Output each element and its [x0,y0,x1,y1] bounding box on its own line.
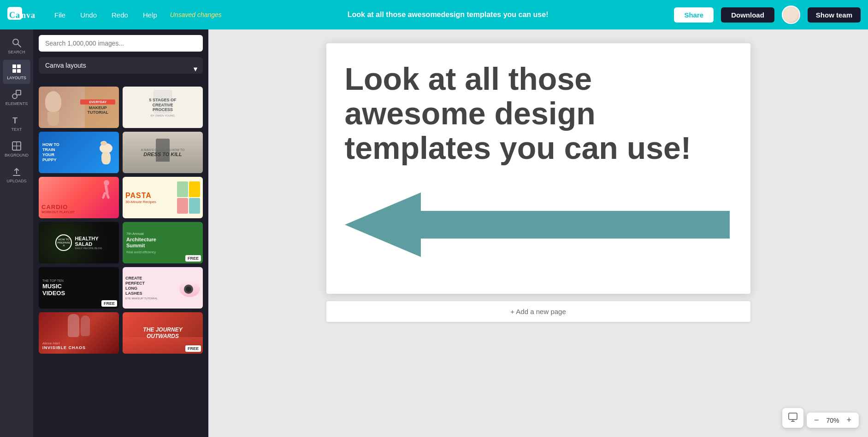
template-card-pasta[interactable]: PASTA 30-Minute Recipes [123,177,203,218]
template-card-cardio[interactable]: CARDIO WORKOUT PLAYLIST [39,177,119,218]
share-button[interactable]: Share [674,7,714,23]
undo-button[interactable]: Undo [77,9,100,21]
search-input[interactable] [39,35,203,52]
canvas[interactable]: Look at all those awesome design templat… [326,43,750,294]
sidebar-item-background[interactable]: BKGROUND [3,137,30,161]
logo: Ca nva [7,5,40,24]
svg-rect-6 [17,64,21,68]
file-menu[interactable]: File [51,9,69,21]
avatar[interactable] [782,6,800,24]
svg-text:T: T [12,116,18,125]
main-area: Look at all those awesome design templat… [208,29,868,437]
zoom-level-display: 70% [823,417,842,424]
template-card-salad[interactable]: HOW TOPREPARE A HEALTHYSALAD DAILY RECIP… [39,222,119,263]
download-button[interactable]: Download [721,7,774,23]
present-icon[interactable] [782,408,803,428]
svg-rect-20 [789,413,797,420]
arrow-shape [345,174,732,275]
topbar: Ca nva File Undo Redo Help Unsaved chang… [0,0,868,29]
template-card-arch[interactable]: 7th Annual ArchitectureSummit Real world… [123,222,203,263]
svg-rect-10 [16,90,21,95]
zoom-in-button[interactable]: + [844,415,853,425]
free-badge-arch: FREE [185,255,201,262]
svg-rect-16 [421,211,730,239]
svg-text:Ca: Ca [9,11,20,20]
canvas-main-text: Look at all those awesome design templat… [345,62,732,165]
templates-grid: EVERYDAY MAKEUPTUTORIAL 5 STAGES OFCREAT… [39,87,203,354]
layout-dropdown-wrapper: Canva layouts ▾ [39,57,203,80]
template-card-journey[interactable]: THE JOURNEYOUTWARDS FREE [123,312,203,354]
template-card-puppy[interactable]: HOW TOTRAINYOURPUPPY [39,132,119,173]
template-card-dress[interactable]: A MAN'S GUIDE ON HOW TO DRESS TO KILL [123,132,203,173]
svg-text:nva: nva [21,11,35,20]
svg-rect-7 [12,69,16,73]
show-team-button[interactable]: Show team [808,7,861,23]
redo-button[interactable]: Redo [108,9,132,21]
template-card-makeup[interactable]: EVERYDAY MAKEUPTUTORIAL [39,87,119,128]
template-card-music[interactable]: THE TOP TEN MUSICVIDEOS FREE [39,267,119,309]
left-sidebar: SEARCH LAYOUTS ELEMENTS T TEXT BKGROUND [0,29,33,437]
center-message: Look at all those awesomedesign template… [229,11,667,19]
sidebar-item-uploads[interactable]: UPLOADS [3,163,30,187]
template-card-creative[interactable]: 5 STAGES OFCREATIVEPROCESS BY OWEN YOUNG [123,87,203,128]
sidebar-item-text[interactable]: T TEXT [3,111,30,135]
layout-dropdown[interactable]: Canva layouts [39,57,203,74]
zoom-controls: − 70% + [807,413,859,428]
sidebar-item-elements[interactable]: ELEMENTS [3,86,30,110]
zoom-out-button[interactable]: − [812,415,821,425]
free-badge-music: FREE [101,300,117,307]
panel: Canva layouts ▾ EVERYDAY MAKEUPTUTORIAL [33,29,208,437]
help-button[interactable]: Help [139,9,161,21]
svg-line-4 [18,44,21,47]
free-badge-journey: FREE [185,345,201,352]
sidebar-item-search[interactable]: SEARCH [3,34,30,58]
template-card-invisible[interactable]: Alexa Hart INVISIBLE CHAOS [39,312,119,354]
unsaved-changes-label: Unsaved changes [170,11,222,18]
sidebar-item-layouts[interactable]: LAYOUTS [3,60,30,84]
add-page-button[interactable]: + Add a new page [326,301,750,322]
template-card-lashes[interactable]: CREATEPERFECTLONGLASHES EYE MAKEUP TUTOR… [123,267,203,309]
svg-rect-8 [17,69,21,73]
svg-marker-17 [345,192,421,257]
svg-rect-5 [12,64,16,68]
